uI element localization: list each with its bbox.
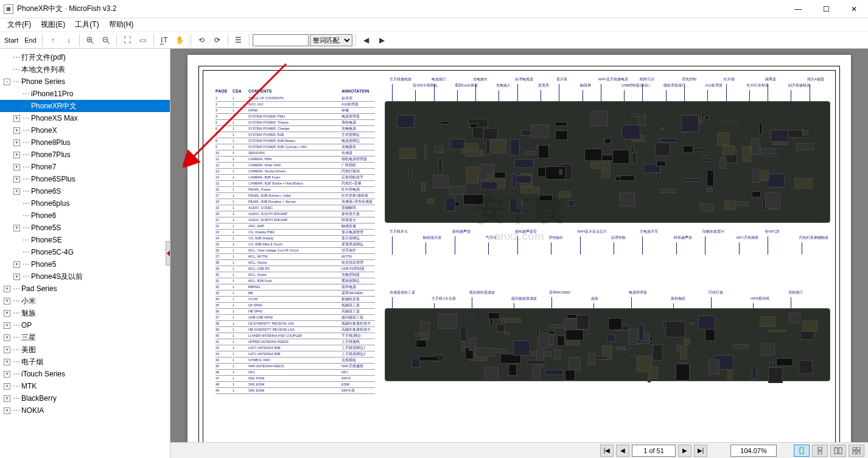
list-icon[interactable]: ☰ xyxy=(231,33,246,47)
tree-item-label: 本地文件列表 xyxy=(21,63,65,76)
tree-item-label: 美图 xyxy=(21,344,36,356)
match-mode-select[interactable]: 整词匹配 xyxy=(310,34,352,46)
single-page-view-button[interactable] xyxy=(794,445,810,457)
last-page-button[interactable]: ▶| xyxy=(694,445,707,457)
continuous-view-button[interactable] xyxy=(812,445,828,457)
toc-row: 441SYMBOL WIFI无线模组 xyxy=(215,358,375,364)
sidebar-tree[interactable]: ⋯打开文件(pdf)⋯本地文件列表-⋯Phone Series⋯iPhone11… xyxy=(0,49,170,458)
tree-item[interactable]: +⋯Phone8Plus xyxy=(0,136,170,149)
pdf-page: 安下载 anxz.com PAGE CSA CONTENTS ANNOTATIO… xyxy=(187,55,851,442)
next-page-button[interactable]: ▶ xyxy=(678,445,691,457)
expand-icon[interactable]: + xyxy=(4,298,10,305)
menu-tools[interactable]: 工具(T) xyxy=(70,18,103,31)
expand-icon[interactable]: + xyxy=(13,164,20,171)
fit-width-icon[interactable]: ▭ xyxy=(136,33,150,47)
expand-icon[interactable]: + xyxy=(4,395,10,402)
tree-item[interactable]: +⋯OP xyxy=(0,319,170,331)
expand-icon[interactable]: + xyxy=(4,286,10,292)
board-label: 电池接口 xyxy=(432,77,446,82)
tree-item[interactable]: +⋯美图 xyxy=(0,344,170,356)
expand-icon[interactable]: + xyxy=(4,407,10,414)
tree-item[interactable]: +⋯Phone4S及以前 xyxy=(0,270,170,283)
tree-item[interactable]: ⋯Phone5C-4G xyxy=(0,246,170,258)
expand-icon[interactable]: + xyxy=(4,334,10,341)
tree-item[interactable]: +⋯Phone7Plus xyxy=(0,149,170,161)
expand-icon[interactable]: + xyxy=(13,152,20,158)
tree-item[interactable]: ⋯本地文件列表 xyxy=(0,63,170,76)
expand-icon[interactable]: + xyxy=(4,322,10,329)
arrow-down-icon[interactable]: ↓ xyxy=(61,33,76,47)
hand-tool-icon[interactable]: ✋ xyxy=(173,33,187,47)
expand-icon[interactable]: + xyxy=(13,225,20,231)
tree-item-label: Phone5C-4G xyxy=(31,246,74,258)
zoom-out-icon[interactable] xyxy=(99,33,113,47)
prev-page-button[interactable]: ◀ xyxy=(616,445,629,457)
expand-icon[interactable]: + xyxy=(13,261,20,268)
tree-item[interactable]: +⋯MTK xyxy=(0,380,170,392)
collapse-icon[interactable]: - xyxy=(4,79,10,85)
expand-icon[interactable]: + xyxy=(13,115,20,122)
menu-help[interactable]: 帮助(H) xyxy=(104,18,139,31)
tree-item[interactable]: ⋯PhoneSE xyxy=(0,234,170,246)
menu-view[interactable]: 视图(E) xyxy=(36,18,70,31)
tree-item[interactable]: +⋯NOKIA xyxy=(0,404,170,417)
board-label: 排线接口 xyxy=(788,290,803,295)
tree-item[interactable]: ⋯PhoneXR中文 xyxy=(0,100,170,112)
minimize-button[interactable]: — xyxy=(784,0,812,18)
tree-item[interactable]: +⋯BlackBerry xyxy=(0,392,170,404)
two-page-view-button[interactable] xyxy=(830,445,846,457)
fit-page-icon[interactable]: ⛶ xyxy=(120,33,135,47)
zoom-in-icon[interactable] xyxy=(83,33,97,47)
tree-item[interactable]: ⋯打开文件(pdf) xyxy=(0,51,170,63)
tree-item[interactable]: +⋯魅族 xyxy=(0,307,170,319)
tree-item[interactable]: ⋯Phone6plus xyxy=(0,197,170,210)
toolbar-start[interactable]: Start xyxy=(2,37,21,44)
zoom-level[interactable] xyxy=(730,445,777,457)
toolbar-end[interactable]: End xyxy=(22,37,39,44)
tree-item[interactable]: +⋯电子烟 xyxy=(0,356,170,368)
expand-icon[interactable]: + xyxy=(13,139,20,146)
svg-rect-16 xyxy=(857,451,860,454)
search-input[interactable] xyxy=(253,34,309,46)
find-prev-icon[interactable]: ◀ xyxy=(359,33,374,47)
tree-item[interactable]: +⋯Pad Series xyxy=(0,283,170,295)
tree-item[interactable]: +⋯Phone5 xyxy=(0,258,170,270)
splitter-handle[interactable] xyxy=(166,241,170,266)
rotate-right-icon[interactable]: ⟳ xyxy=(210,33,225,47)
first-page-button[interactable]: |◀ xyxy=(600,445,614,457)
expand-icon[interactable]: + xyxy=(4,383,10,390)
tree-item[interactable]: +⋯Phone5S xyxy=(0,222,170,234)
board-label: 底部Dock插座 xyxy=(455,83,478,88)
tree-item[interactable]: +⋯PhoneXS Max xyxy=(0,112,170,124)
expand-icon[interactable]: + xyxy=(13,188,20,195)
expand-icon[interactable]: + xyxy=(13,127,20,134)
expand-icon[interactable]: + xyxy=(4,359,10,365)
tree-item[interactable]: ⋯Phone6 xyxy=(0,210,170,222)
rotate-left-icon[interactable]: ⟲ xyxy=(194,33,209,47)
expand-icon[interactable]: + xyxy=(4,371,10,378)
find-next-icon[interactable]: ▶ xyxy=(375,33,390,47)
tree-item[interactable]: +⋯PhoneX xyxy=(0,124,170,136)
expand-icon[interactable]: + xyxy=(13,176,20,183)
tree-item-label: Phone6S xyxy=(31,185,61,197)
tree-item-label: Phone5S xyxy=(31,222,61,234)
menu-file[interactable]: 文件(F) xyxy=(2,18,36,31)
arrow-up-icon[interactable]: ↑ xyxy=(46,33,60,47)
expand-icon[interactable]: + xyxy=(4,347,10,353)
tree-item[interactable]: +⋯小米 xyxy=(0,295,170,307)
page-indicator[interactable] xyxy=(632,445,676,457)
tree-item[interactable]: -⋯Phone Series xyxy=(0,76,170,88)
two-page-continuous-button[interactable] xyxy=(849,445,864,457)
tree-item[interactable]: +⋯Phone7 xyxy=(0,161,170,173)
close-button[interactable]: ✕ xyxy=(840,0,868,18)
text-select-icon[interactable]: I̲T xyxy=(157,33,172,47)
tree-item[interactable]: +⋯Phone6S xyxy=(0,185,170,197)
expand-icon[interactable]: + xyxy=(13,273,20,280)
tree-item[interactable]: +⋯iTouch Series xyxy=(0,368,170,380)
tree-item[interactable]: ⋯iPhone11Pro xyxy=(0,88,170,100)
maximize-button[interactable]: ☐ xyxy=(812,0,840,18)
viewer-scroll[interactable]: 安下载 anxz.com PAGE CSA CONTENTS ANNOTATIO… xyxy=(170,49,868,442)
tree-item[interactable]: +⋯三星 xyxy=(0,331,170,344)
expand-icon[interactable]: + xyxy=(4,310,10,317)
tree-item[interactable]: +⋯Phone6SPlus xyxy=(0,173,170,185)
